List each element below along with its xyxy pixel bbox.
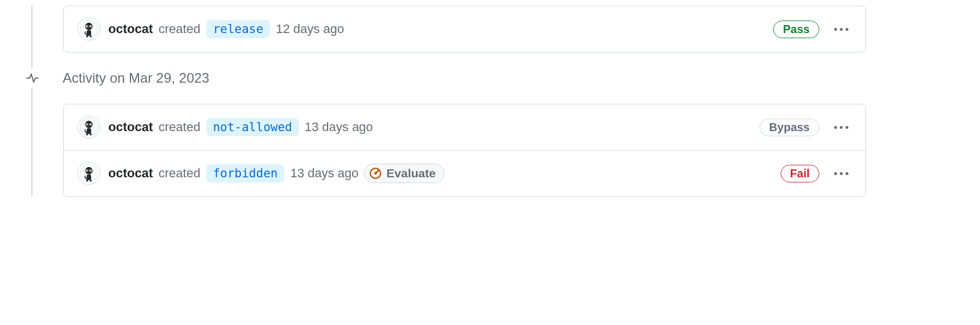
date-header-text: Activity on Mar 29, 2023 [63,70,209,86]
octocat-icon [80,164,98,182]
avatar[interactable] [77,116,100,139]
action-text: created [158,166,200,181]
svg-rect-8 [90,35,92,37]
activity-card-group: octocat created not-allowed 13 days ago … [63,104,866,197]
evaluate-label: Evaluate [386,166,435,180]
timeline-line [31,6,32,197]
action-text: created [158,22,200,36]
evaluate-badge[interactable]: Evaluate [364,164,444,183]
svg-rect-15 [87,128,91,134]
svg-rect-24 [87,174,91,180]
octocat-icon [80,118,98,136]
username-link[interactable]: octocat [108,22,153,36]
branch-label[interactable]: release [206,20,271,38]
activity-row: octocat created release 12 days ago Pass [64,6,865,52]
svg-point-4 [87,26,88,27]
branch-label[interactable]: not-allowed [206,118,299,136]
svg-rect-6 [87,30,91,36]
action-text: created [158,120,200,135]
kebab-menu-icon[interactable] [831,25,852,34]
svg-rect-16 [86,133,88,135]
svg-point-5 [91,26,92,27]
svg-point-22 [87,170,88,171]
activity-card-group: octocat created release 12 days ago Pass [63,6,866,52]
gauge-icon [369,167,382,180]
svg-point-14 [91,124,92,125]
svg-point-23 [91,170,92,171]
activity-row: octocat created forbidden 13 days ago Ev… [64,151,865,196]
avatar[interactable] [77,162,100,185]
status-badge: Bypass [760,119,819,136]
svg-rect-25 [86,179,88,181]
svg-point-13 [87,124,88,125]
svg-rect-17 [90,133,92,135]
pulse-icon [23,68,42,88]
avatar[interactable] [77,18,100,40]
date-header: Activity on Mar 29, 2023 [21,68,980,88]
svg-rect-7 [86,35,88,37]
timestamp: 12 days ago [276,22,344,36]
branch-label[interactable]: forbidden [206,164,285,182]
kebab-menu-icon[interactable] [831,123,852,132]
activity-row: octocat created not-allowed 13 days ago … [64,104,865,151]
svg-rect-26 [90,179,92,181]
timestamp: 13 days ago [290,166,358,181]
svg-line-29 [375,170,379,174]
status-badge: Fail [781,165,819,182]
kebab-menu-icon[interactable] [831,169,852,178]
octocat-icon [80,20,98,38]
status-badge: Pass [773,21,819,38]
username-link[interactable]: octocat [108,166,153,181]
username-link[interactable]: octocat [108,120,153,135]
timestamp: 13 days ago [305,120,373,135]
